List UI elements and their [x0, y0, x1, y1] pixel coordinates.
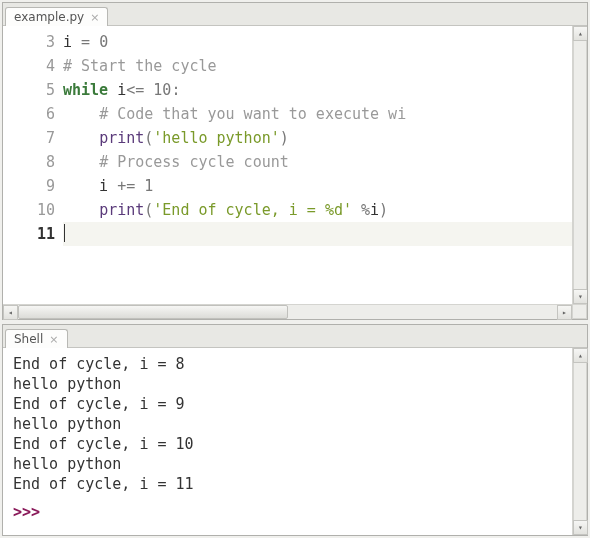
editor-pane: example.py × 34567891011 i = 0# Start th… — [2, 2, 588, 320]
shell-tabbar: Shell × — [3, 325, 587, 348]
code-line[interactable]: # Process cycle count — [63, 150, 572, 174]
line-number: 11 — [3, 222, 55, 246]
code-lines[interactable]: i = 0# Start the cyclewhile i<= 10: # Co… — [63, 26, 572, 304]
editor-vertical-scrollbar[interactable]: ▴ ▾ — [572, 26, 587, 304]
code-line[interactable]: # Start the cycle — [63, 54, 572, 78]
tab-shell[interactable]: Shell × — [5, 329, 68, 348]
scroll-down-icon[interactable]: ▾ — [573, 520, 588, 535]
line-number: 7 — [3, 126, 55, 150]
code-line[interactable]: print('hello python') — [63, 126, 572, 150]
scroll-h-track[interactable] — [18, 305, 557, 319]
line-number-gutter: 34567891011 — [3, 26, 63, 304]
editor-bottom-scroll-row: ◂ ▸ — [3, 304, 587, 319]
shell-pane: Shell × End of cycle, i = 8 hello python… — [2, 324, 588, 536]
scroll-down-icon[interactable]: ▾ — [573, 289, 587, 304]
tab-example-py[interactable]: example.py × — [5, 7, 108, 26]
close-icon[interactable]: × — [90, 12, 99, 23]
scroll-corner — [572, 304, 587, 319]
line-number: 10 — [3, 198, 55, 222]
scroll-left-icon[interactable]: ◂ — [3, 305, 18, 320]
scroll-up-icon[interactable]: ▴ — [573, 26, 587, 41]
scroll-h-thumb[interactable] — [18, 305, 288, 319]
shell-body[interactable]: End of cycle, i = 8 hello python End of … — [3, 348, 572, 535]
code-line[interactable]: while i<= 10: — [63, 78, 572, 102]
scroll-up-icon[interactable]: ▴ — [573, 348, 588, 363]
tab-label: example.py — [14, 10, 84, 24]
code-line[interactable]: i += 1 — [63, 174, 572, 198]
line-number: 9 — [3, 174, 55, 198]
line-number: 5 — [3, 78, 55, 102]
scroll-v-track[interactable] — [573, 41, 587, 289]
scroll-v-track[interactable] — [573, 363, 587, 520]
line-number: 8 — [3, 150, 55, 174]
code-area[interactable]: 34567891011 i = 0# Start the cyclewhile … — [3, 26, 587, 304]
editor-tabbar: example.py × — [3, 3, 587, 26]
tab-label: Shell — [14, 332, 43, 346]
scroll-right-icon[interactable]: ▸ — [557, 305, 572, 320]
line-number: 4 — [3, 54, 55, 78]
line-number: 3 — [3, 30, 55, 54]
editor-horizontal-scrollbar[interactable]: ◂ ▸ — [3, 304, 572, 319]
code-line[interactable]: # Code that you want to execute wi — [63, 102, 572, 126]
shell-prompt[interactable]: >>> — [13, 502, 562, 522]
code-line[interactable]: i = 0 — [63, 30, 572, 54]
code-line[interactable] — [63, 222, 572, 246]
code-line[interactable]: print('End of cycle, i = %d' %i) — [63, 198, 572, 222]
shell-output: End of cycle, i = 8 hello python End of … — [13, 354, 562, 494]
line-number: 6 — [3, 102, 55, 126]
shell-vertical-scrollbar[interactable]: ▴ ▾ — [572, 348, 587, 535]
close-icon[interactable]: × — [49, 334, 58, 345]
text-cursor — [64, 224, 65, 242]
